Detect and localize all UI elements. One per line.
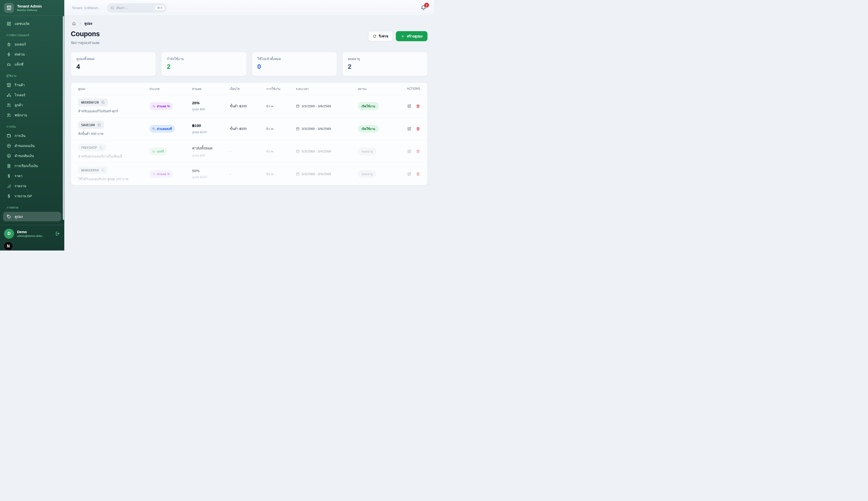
stat-label: คูปองทั้งหมด <box>76 56 150 62</box>
sidebar-item[interactable]: คำขอถอนเงิน <box>3 141 61 150</box>
sidebar-item-label: ออเดอร์ <box>14 41 26 47</box>
sidebar-item[interactable]: ร้านค้า <box>3 80 61 90</box>
sidebar-scrollbar[interactable] <box>63 16 64 220</box>
stat-value: 2 <box>167 63 241 71</box>
copy-code-button[interactable] <box>101 100 105 104</box>
sidebar-item[interactable]: รายงาน GP <box>3 191 61 201</box>
page-content: คูปอง Coupons จัดการคูปองส่วนลด รีเฟรช ส… <box>64 16 434 250</box>
copy-code-button[interactable] <box>97 123 101 127</box>
col-header-usage: การใช้งาน <box>267 86 296 91</box>
edit-coupon-button[interactable] <box>407 104 411 108</box>
coupon-code: WEEKDAY20 <box>81 100 99 104</box>
sidebar-item[interactable]: ไรเดอร์ <box>3 90 61 100</box>
sidebar-item[interactable]: คำขอเติมเงิน <box>3 151 61 161</box>
col-header-discount: ส่วนลด <box>192 86 230 91</box>
edit-coupon-button[interactable] <box>407 172 411 176</box>
table-row: FREESHIP สำหรับทุกออเดอร์ภายในเดือนนี้ ส… <box>71 140 427 162</box>
notification-count-badge: 2 <box>424 3 429 8</box>
keyboard-shortcut-badge: ⌘ K <box>155 5 165 11</box>
sidebar-item-label: ส่งด่วน <box>14 52 25 57</box>
sidebar-item-label: คำขอเติมเงิน <box>14 153 34 159</box>
page-subtitle: จัดการคูปองส่วนลด <box>71 40 100 45</box>
store-icon <box>7 83 11 87</box>
bar-chart-icon <box>7 184 11 189</box>
breadcrumb-home-link[interactable] <box>72 21 76 25</box>
trash-icon <box>416 172 420 176</box>
col-header-type: ประเภท <box>150 86 192 91</box>
coupon-type-badge: ส่งฟรี <box>150 148 167 155</box>
stat-label: กำลังใช้งาน <box>167 56 241 62</box>
table-body: WEEKDAY20 สำหรับออเดอร์วันจันทร์-ศุกร์ ส… <box>71 95 427 185</box>
shopping-bag-icon <box>7 42 11 47</box>
sidebar-item[interactable]: การเรียกเก็บเงิน <box>3 161 61 171</box>
dollar-icon <box>7 194 11 199</box>
coupon-code: SAVE100 <box>81 123 95 127</box>
sidebar-item[interactable]: การเงิน <box>3 131 61 140</box>
avatar: D <box>4 228 14 239</box>
sidebar: Tenant Admin BeeGo Delivery แดชบอร์ด การ… <box>0 0 64 250</box>
sidebar-item[interactable]: แท็กซี่ <box>3 60 61 69</box>
sidebar-item[interactable]: ออเดอร์ <box>3 40 61 49</box>
global-search[interactable]: ⌘ K <box>107 3 167 13</box>
user-name: Demo <box>17 230 44 234</box>
sidebar-item[interactable]: ส่งด่วน <box>3 50 61 59</box>
chevron-right-icon <box>79 22 82 25</box>
stat-card: คูปองทั้งหมด 4 <box>71 52 156 76</box>
storefront-icon <box>6 5 12 11</box>
logout-button[interactable] <box>55 231 60 236</box>
tag-icon <box>7 214 11 219</box>
sidebar-item[interactable]: แดชบอร์ด <box>3 19 61 29</box>
coupon-type-badge: ส่วนลด % <box>150 102 173 110</box>
create-coupon-button[interactable]: สร้างคูปอง <box>396 31 427 41</box>
arrow-up-circle-icon <box>7 143 11 148</box>
create-coupon-label: สร้างคูปอง <box>407 33 422 39</box>
sidebar-item[interactable]: การตลาด <box>3 222 61 225</box>
app-logo <box>4 3 14 13</box>
sidebar-item-label: แดชบอร์ด <box>14 21 29 26</box>
coupon-description: ใช้ได้กับออเดอร์แรก สูงสุด 100 บาท <box>78 177 150 182</box>
delete-coupon-button[interactable] <box>416 127 420 131</box>
stat-card: กำลังใช้งาน 2 <box>161 52 246 76</box>
plus-icon <box>401 34 405 38</box>
sidebar-item[interactable]: ราคา <box>3 171 61 181</box>
sidebar-item[interactable]: คูปอง <box>3 212 61 221</box>
coupon-description: สั่งขั้นต่ำ 500 บาท <box>78 131 150 136</box>
coupon-code-pill: SAVE100 <box>78 121 104 129</box>
trash-icon <box>416 104 420 108</box>
coupon-type-label: ส่วนลด % <box>157 172 170 177</box>
sidebar-item-label: คำขอถอนเงิน <box>14 143 35 149</box>
dollar-icon <box>7 174 11 178</box>
coupon-usage: 0 / ∞ <box>267 172 296 176</box>
delete-coupon-button[interactable] <box>416 149 420 153</box>
sidebar-item[interactable]: รายงาน <box>3 181 61 191</box>
edit-coupon-button[interactable] <box>407 127 411 131</box>
copy-code-button[interactable] <box>99 146 103 149</box>
delete-coupon-button[interactable] <box>416 104 420 108</box>
delete-coupon-button[interactable] <box>416 172 420 176</box>
stat-value: 0 <box>258 63 332 71</box>
sidebar-item-label: การเงิน <box>14 133 25 138</box>
stats-grid: คูปองทั้งหมด 4 กำลังใช้งาน 2 ใช้ไปแล้วทั… <box>71 52 427 76</box>
notifications-button[interactable]: 2 <box>421 5 426 11</box>
coupon-usage: 0 / ∞ <box>267 149 296 153</box>
coupon-code: FREESHIP <box>81 146 97 149</box>
sidebar-item[interactable]: ลูกค้า <box>3 100 61 110</box>
car-icon <box>7 62 11 67</box>
search-input[interactable] <box>117 6 152 10</box>
coupon-code-pill: NEWUSER50 <box>78 166 108 174</box>
coupon-usage: 0 / ∞ <box>267 127 296 131</box>
col-header-status: สถานะ <box>358 86 397 91</box>
copy-code-button[interactable] <box>101 168 105 172</box>
arrow-down-circle-icon <box>7 153 11 158</box>
main-area: Tenant: 1c95dcef... ⌘ K 2 คูปอง <box>64 0 434 250</box>
coupon-description: สำหรับทุกออเดอร์ภายในเดือนนี้ <box>78 154 150 159</box>
edit-coupon-button[interactable] <box>407 149 411 153</box>
refresh-button[interactable]: รีเฟรช <box>368 31 393 41</box>
topbar: Tenant: 1c95dcef... ⌘ K 2 <box>64 0 434 16</box>
wallet-icon <box>7 134 11 138</box>
discount-cap: สูงสุด ฿80 <box>192 107 230 111</box>
sidebar-item[interactable]: พนักงาน <box>3 110 61 120</box>
app-title: Tenant Admin <box>17 4 42 9</box>
trash-icon <box>416 149 420 153</box>
dev-tools-badge[interactable]: N <box>4 242 13 250</box>
